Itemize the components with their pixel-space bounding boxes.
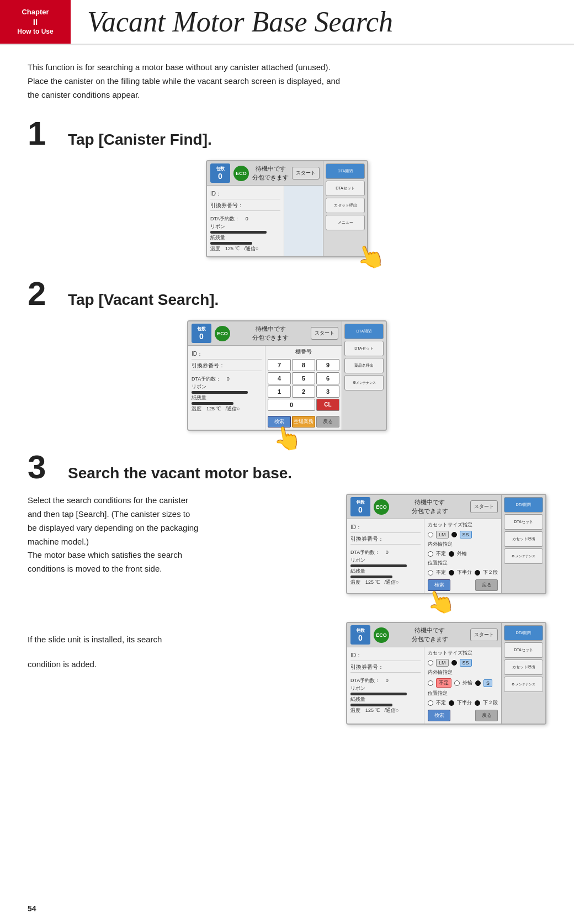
key-cl[interactable]: CL [316, 399, 339, 411]
step-2-header: 2 Tap [Vacant Search]. [28, 277, 546, 310]
key-0[interactable]: 0 [268, 399, 315, 411]
radio-fuzai[interactable] [428, 551, 433, 557]
canister-call-btn-3[interactable]: カセット呼出 [504, 531, 543, 547]
maintenance-btn-4[interactable]: ⚙ メンテナンス [504, 677, 543, 692]
step-2-screen-wrap: 包数 0 ECO 待機中です 分包できます スタート [187, 320, 387, 431]
radio-fuzai-2[interactable] [428, 680, 433, 686]
step-3-note: If the slide unit is installed, its sear… [28, 622, 329, 678]
radio-lower-2[interactable] [449, 700, 454, 706]
exchange-row-1: 引換券番号： [210, 200, 280, 211]
dta-set-btn-3[interactable]: DTAセット [504, 514, 543, 530]
ribbon-row-1: リボン [210, 223, 280, 230]
right-buttons-4: DTA開閉 DTAセット カセット呼出 ⚙ メンテナンス [501, 623, 545, 724]
start-btn-1[interactable]: スタート [292, 167, 320, 179]
item-call-btn-2[interactable]: 薬品名呼出 [344, 358, 384, 373]
page-title: Vacant Motor Base Search [71, 0, 574, 44]
radio-lm-2[interactable] [428, 660, 433, 666]
cond-action-row-2: 検索 戻る [428, 710, 498, 721]
canister-call-btn-4[interactable]: カセット呼出 [504, 659, 543, 675]
step-3-number: 3 [28, 451, 58, 484]
eco-badge-1: ECO [233, 166, 249, 181]
step-3-machine-screen-1: 包数 0 ECO 待機中です 分包できます スタート [346, 494, 546, 594]
machine-left-1: ID： 引換券番号： DTA予約数： 0 リボン 紙残量 温度 [207, 186, 284, 256]
key-2[interactable]: 2 [292, 386, 315, 398]
radio-two-stage-2[interactable] [475, 700, 480, 706]
machine-main-3: ID： 引換券番号： DTA予約数： 0 リボン 紙残量 温度 [347, 519, 501, 593]
dta-open-btn-3[interactable]: DTA開閉 [504, 497, 543, 513]
eco-badge-2: ECO [215, 326, 230, 341]
radio-fujo[interactable] [428, 570, 433, 575]
note-line2: condition is added. [28, 658, 329, 672]
cond-back-btn-2[interactable]: 戻る [475, 710, 498, 721]
radio-lm[interactable] [428, 532, 433, 537]
radio-lower[interactable] [449, 570, 454, 575]
page-number: 54 [28, 904, 36, 913]
step-2-number: 2 [28, 277, 58, 310]
canister-call-btn-1[interactable]: カセット呼出 [326, 198, 365, 213]
back-btn[interactable]: 戻る [316, 416, 339, 427]
numpad-grid: 7 8 9 4 5 6 1 2 3 0 [268, 359, 339, 411]
machine-main-2: ID： 引換券番号： DTA予約数： 0 リボン 紙残量 温度 [188, 346, 342, 430]
menu-btn-1[interactable]: メニュー [326, 215, 365, 230]
pack-count-val-1: 0 [214, 172, 227, 181]
start-btn-2[interactable]: スタート [311, 327, 338, 340]
conditions-area-1: カセットサイズ指定 LM SS 内外輪指定 [424, 519, 501, 593]
dta-set-btn-4[interactable]: DTAセット [504, 642, 543, 658]
radio-two-stage[interactable] [475, 570, 480, 575]
eco-badge-3: ECO [374, 499, 389, 515]
key-7[interactable]: 7 [268, 359, 291, 371]
step-3-second-row: If the slide unit is installed, its sear… [28, 622, 546, 725]
step-1-label: Tap [Canister Find]. [68, 131, 212, 149]
status-text-2: 待機中です 分包できます [233, 325, 307, 342]
dta-open-btn-2[interactable]: DTA開閉 [344, 324, 384, 339]
start-btn-4[interactable]: スタート [470, 629, 498, 641]
main-content: This function is for searching a motor b… [0, 45, 574, 756]
shelf-label: 棚番号 [268, 348, 339, 356]
paper-row-1: 紙残量 [210, 234, 280, 241]
intro-line3: the canister conditions appear. [28, 90, 140, 99]
start-btn-3[interactable]: スタート [470, 500, 498, 513]
maintenance-btn-2[interactable]: ⚙ メンテナンス [344, 375, 384, 390]
machine-main-1: ID： 引換券番号： DTA予約数： 0 リボン 紙残量 温度 [207, 186, 323, 256]
step-3-machine-screen-2: 包数 0 ECO 待機中です 分包できます スタート [346, 622, 546, 725]
cond-search-btn-2[interactable]: 検索 [428, 710, 450, 721]
key-4[interactable]: 4 [268, 372, 291, 384]
finger-pointer-2: 👆 [271, 425, 304, 452]
lm-tag: LM [436, 531, 449, 538]
key-1[interactable]: 1 [268, 386, 291, 398]
dta-open-btn-4[interactable]: DTA開閉 [504, 625, 543, 641]
dta-set-btn-1[interactable]: DTAセット [326, 181, 365, 196]
radio-s[interactable] [475, 680, 481, 686]
radio-fujo-2[interactable] [428, 700, 433, 706]
ss-tag: SS [460, 531, 472, 538]
radio-ss[interactable] [451, 532, 457, 537]
step-2-section: 2 Tap [Vacant Search]. 包数 0 ECO 待機中です [28, 277, 546, 431]
maintenance-btn-3[interactable]: ⚙ メンテナンス [504, 548, 543, 564]
radio-gairin[interactable] [449, 551, 454, 557]
key-8[interactable]: 8 [292, 359, 315, 371]
dta-set-btn-2[interactable]: DTAセット [344, 341, 384, 356]
radio-gairin-2[interactable] [454, 680, 460, 686]
step-3-screen-wrap-1: 包数 0 ECO 待機中です 分包できます スタート [346, 494, 546, 594]
step-1-number: 1 [28, 117, 58, 150]
key-3[interactable]: 3 [316, 386, 339, 398]
status-text-1: 待機中です 分包できます [252, 165, 289, 182]
key-5[interactable]: 5 [292, 372, 315, 384]
key-6[interactable]: 6 [316, 372, 339, 384]
pack-count-1: 包数 0 [210, 163, 230, 183]
page-header: Chapter II How to Use Vacant Motor Base … [0, 0, 574, 45]
machine-top-bar-3: 包数 0 ECO 待機中です 分包できます スタート [347, 495, 501, 519]
conditions-area-2: カセットサイズ指定 LM SS 内外輪指定 [424, 647, 501, 724]
radio-ss-2[interactable] [451, 660, 457, 666]
step-2-label: Tap [Vacant Search]. [68, 291, 219, 309]
machine-left-3: ID： 引換券番号： DTA予約数： 0 リボン 紙残量 温度 [347, 519, 424, 593]
dta-open-btn-1[interactable]: DTA開閉 [326, 163, 365, 179]
pack-count-label-1: 包数 [214, 166, 227, 172]
numpad-area: 棚番号 7 8 9 4 5 6 1 2 3 [265, 346, 342, 430]
key-9[interactable]: 9 [316, 359, 339, 371]
action-row: 検索 空場業務 戻る [268, 416, 339, 427]
machine-top-bar-2: 包数 0 ECO 待機中です 分包できます スタート [188, 321, 342, 346]
cond-back-btn-1[interactable]: 戻る [475, 579, 498, 591]
machine-right-1 [284, 186, 323, 256]
status2-1: 分包できます [252, 173, 289, 182]
